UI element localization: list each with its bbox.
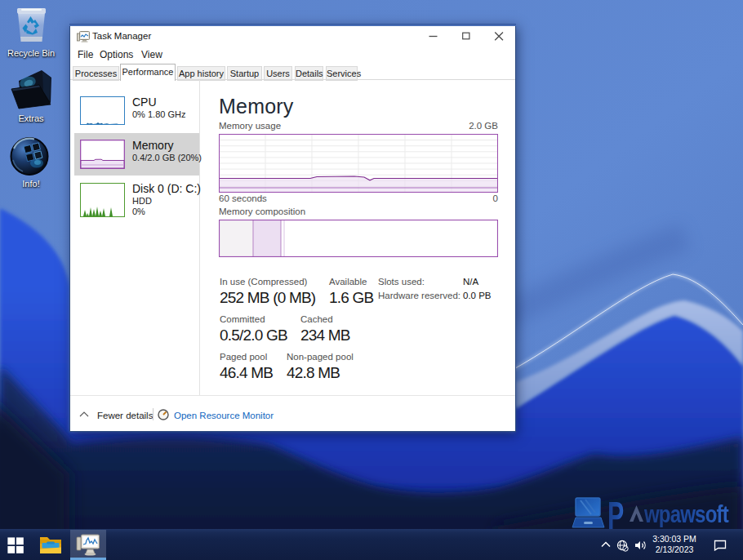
svg-text:wpawsoft: wpawsoft xyxy=(643,500,729,527)
